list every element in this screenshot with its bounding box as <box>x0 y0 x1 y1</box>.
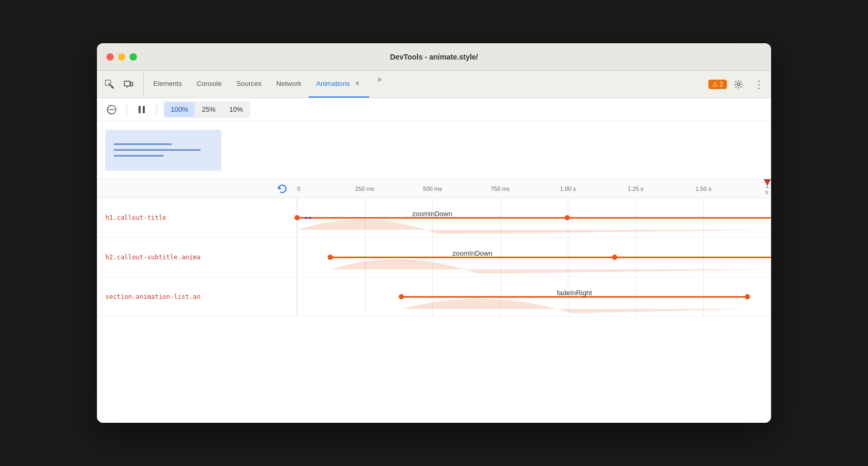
inspect-element-icon[interactable] <box>101 76 118 93</box>
traffic-lights <box>106 53 137 61</box>
pause-icon[interactable] <box>133 101 150 118</box>
anim-track: fadeInRight <box>297 277 771 316</box>
speed-10-button[interactable]: 10% <box>223 102 249 117</box>
animations-panel: 100% 25% 10% <box>97 98 771 423</box>
preview-area <box>97 121 771 179</box>
devtools-tools <box>101 71 144 98</box>
ruler-label: 250 ms <box>356 186 374 192</box>
tab-console[interactable]: Console <box>189 71 229 98</box>
anim-row[interactable]: h1.callout-titlezoomInDown↔ <box>97 198 771 238</box>
divider2 <box>156 103 157 116</box>
track-dot-start[interactable] <box>399 294 404 299</box>
svg-rect-2 <box>131 82 133 86</box>
device-mode-icon[interactable] <box>120 76 137 93</box>
svg-point-3 <box>737 83 740 85</box>
tabbar: Elements Console Sources Network Animati… <box>97 71 771 98</box>
ruler-label: 1.25 s <box>628 186 644 192</box>
speed-25-button[interactable]: 25% <box>195 102 222 117</box>
preview-line-1 <box>114 143 172 145</box>
track-line <box>297 217 771 219</box>
anim-row[interactable]: h2.callout-subtitle.animazoomInDown <box>97 238 771 277</box>
track-line <box>330 257 771 258</box>
ruler-label: 1.00 s <box>560 186 576 192</box>
ruler-ticks: 0250 ms500 ms750 ms1.00 s1.25 s1.50 s1.7… <box>297 179 771 198</box>
svg-rect-6 <box>139 106 141 113</box>
minimize-button[interactable] <box>118 53 125 61</box>
maximize-button[interactable] <box>130 53 137 61</box>
more-tabs-icon[interactable]: » <box>371 71 388 88</box>
window-title: DevTools - animate.style/ <box>390 53 478 61</box>
timeline-area: 0250 ms500 ms750 ms1.00 s1.25 s1.50 s1.7… <box>97 179 771 423</box>
tab-network[interactable]: Network <box>269 71 309 98</box>
anim-track: zoomInDown↔ <box>297 198 771 237</box>
anim-selector-label: h2.callout-subtitle.anima <box>97 238 297 277</box>
issues-badge[interactable]: ⚠ 2 <box>708 80 727 89</box>
ruler-label: 1.75 s <box>765 182 771 195</box>
ruler-label: 750 ms <box>491 186 510 192</box>
warning-icon: ⚠ <box>712 81 718 88</box>
pause-replay-button[interactable] <box>103 101 120 118</box>
replay-button[interactable] <box>276 182 289 195</box>
track-line <box>401 296 747 298</box>
settings-icon[interactable] <box>730 76 747 93</box>
divider <box>126 103 127 116</box>
ruler-replay-area <box>97 182 297 195</box>
devtools-window: DevTools - animate.style/ Elements <box>97 43 771 423</box>
more-options-icon[interactable]: ⋮ <box>750 76 767 93</box>
timeline-ruler: 0250 ms500 ms750 ms1.00 s1.25 s1.50 s1.7… <box>97 179 771 198</box>
preview-line-2 <box>114 149 201 151</box>
tab-animations[interactable]: Animations ✕ <box>309 71 369 98</box>
tab-sources[interactable]: Sources <box>229 71 269 98</box>
track-dot-start[interactable] <box>294 215 300 220</box>
close-button[interactable] <box>106 53 114 61</box>
track-dot-start[interactable] <box>328 255 333 260</box>
svg-rect-1 <box>124 81 130 86</box>
speed-group: 100% 25% 10% <box>163 101 250 118</box>
speed-100-button[interactable]: 100% <box>164 102 194 117</box>
anim-row[interactable]: section.animation-list.anfadeInRight <box>97 277 771 317</box>
controls-row: 100% 25% 10% <box>97 98 771 121</box>
ruler-label: 0 <box>297 186 300 192</box>
drag-arrow[interactable]: ↔ <box>302 211 314 225</box>
track-dot-end[interactable] <box>565 215 570 220</box>
track-dot-end[interactable] <box>745 294 750 299</box>
tab-elements[interactable]: Elements <box>146 71 189 98</box>
anim-track: zoomInDown <box>297 238 771 277</box>
ruler-label: 500 ms <box>423 186 442 192</box>
tabbar-right: ⚠ 2 ⋮ <box>708 71 767 98</box>
anim-selector-label: section.animation-list.an <box>97 277 297 316</box>
anim-selector-label: h1.callout-title <box>97 198 297 237</box>
svg-rect-7 <box>143 106 145 113</box>
titlebar: DevTools - animate.style/ <box>97 43 771 71</box>
preview-line-3 <box>114 155 164 157</box>
animation-rows: h1.callout-titlezoomInDown↔h2.callout-su… <box>97 198 771 423</box>
track-dot-end[interactable] <box>612 255 617 260</box>
ruler-label: 1.50 s <box>695 186 711 192</box>
tab-close-animations[interactable]: ✕ <box>353 80 362 88</box>
animation-preview-card <box>105 130 221 171</box>
